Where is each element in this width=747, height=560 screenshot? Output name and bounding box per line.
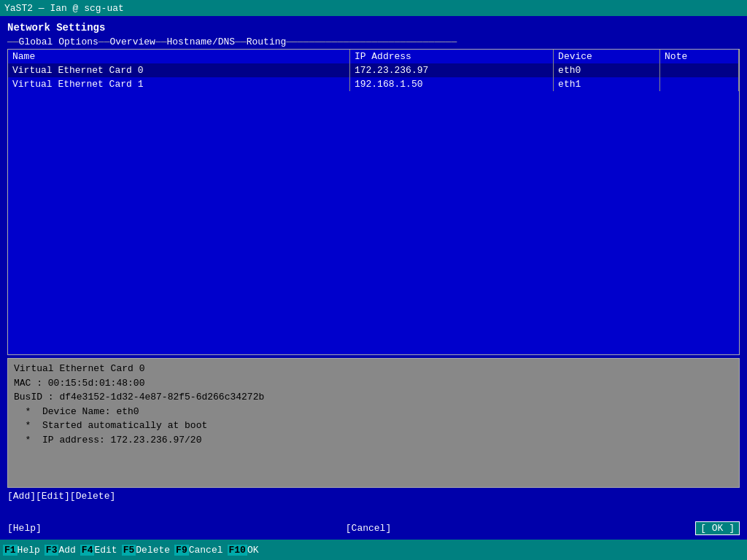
fkey-f9-label: Cancel: [189, 545, 223, 556]
fkey-f3[interactable]: F3Add: [44, 545, 76, 556]
row0-name: Virtual Ethernet Card 0: [8, 63, 349, 77]
fkey-f10-num: F10: [228, 545, 247, 556]
action-buttons: [Add][Edit][Delete]: [7, 488, 740, 503]
tab-bar: —— Global Options —— Overview —— Hostnam…: [7, 36, 740, 47]
fkey-f9[interactable]: F9Cancel: [174, 545, 222, 556]
detail-busid: BusID : df4e3152-1d32-4e87-82f5-6d266c34…: [14, 390, 733, 405]
fkey-f5-num: F5: [122, 545, 136, 556]
tab-global-options[interactable]: Global Options: [19, 36, 98, 47]
row0-ip: 172.23.236.97: [349, 63, 553, 77]
fkey-f4-num: F4: [80, 545, 95, 556]
status-bar: [Help] [Cancel] [ OK ]: [0, 520, 747, 537]
tab-separator-left: ——: [7, 36, 19, 47]
tab-overview[interactable]: Overview: [109, 36, 155, 47]
detail-ip-address: * IP address: 172.23.236.97/20: [14, 433, 733, 448]
add-button[interactable]: [Add]: [7, 491, 36, 502]
detail-mac: MAC : 00:15:5d:01:48:00: [14, 376, 733, 391]
col-note: Note: [660, 50, 739, 63]
tab-hostname-dns[interactable]: Hostname/DNS: [166, 36, 235, 47]
detail-panel: Virtual Ethernet Card 0 MAC : 00:15:5d:0…: [7, 358, 740, 488]
cancel-button[interactable]: [Cancel]: [346, 523, 391, 534]
fkey-f1[interactable]: F1Help: [3, 545, 40, 556]
row1-note: [660, 77, 739, 91]
fkey-f5[interactable]: F5Delete: [122, 545, 170, 556]
detail-title: Virtual Ethernet Card 0: [14, 362, 733, 376]
edit-button[interactable]: [Edit]: [36, 491, 70, 502]
row0-note: [660, 63, 739, 77]
fkey-f5-label: Delete: [136, 545, 170, 556]
detail-auto-start: * Started automatically at boot: [14, 419, 733, 433]
delete-button[interactable]: [Delete]: [70, 491, 115, 502]
ok-button[interactable]: [ OK ]: [695, 521, 740, 535]
tab-routing[interactable]: Routing: [247, 36, 287, 47]
fkey-f1-label: Help: [18, 545, 40, 556]
fkey-f3-label: Add: [58, 545, 75, 556]
tab-separator-2: ——: [155, 36, 167, 47]
row1-device: eth1: [554, 77, 660, 91]
fkey-f3-num: F3: [44, 545, 59, 556]
detail-device-name: * Device Name: eth0: [14, 405, 733, 419]
fkey-f4[interactable]: F4Edit: [80, 545, 117, 556]
fkey-f9-num: F9: [174, 545, 189, 556]
row1-ip: 192.168.1.50: [349, 77, 553, 91]
col-ip: IP Address: [349, 50, 553, 63]
title-bar: YaST2 — Ian @ scg-uat: [0, 0, 747, 16]
table-row[interactable]: Virtual Ethernet Card 0 172.23.236.97 et…: [8, 63, 739, 77]
table-row[interactable]: Virtual Ethernet Card 1 192.168.1.50 eth…: [8, 77, 739, 91]
page-title: Network Settings: [7, 22, 740, 34]
fkey-bar: F1Help F3Add F4Edit F5Delete F9Cancel F1…: [0, 540, 747, 560]
col-device: Device: [554, 50, 660, 63]
help-button[interactable]: [Help]: [7, 523, 42, 534]
fkey-f10[interactable]: F10OK: [228, 545, 259, 556]
col-name: Name: [8, 50, 349, 63]
tab-separator-3: ——: [235, 36, 247, 47]
main-content: Network Settings —— Global Options —— Ov…: [0, 16, 747, 509]
fkey-f10-label: OK: [247, 545, 259, 556]
fkey-f1-num: F1: [3, 545, 18, 556]
row0-device: eth0: [554, 63, 660, 77]
title-text: YaST2 — Ian @ scg-uat: [4, 3, 124, 14]
table-header-row: Name IP Address Device Note: [8, 50, 739, 63]
tab-separator-right: ——————————————————————————————: [286, 36, 457, 47]
network-cards-panel: Name IP Address Device Note Virtual Ethe…: [7, 49, 740, 355]
network-cards-table: Name IP Address Device Note Virtual Ethe…: [8, 50, 739, 91]
tab-separator-1: ——: [98, 36, 110, 47]
row1-name: Virtual Ethernet Card 1: [8, 77, 349, 91]
fkey-f4-label: Edit: [94, 545, 117, 556]
